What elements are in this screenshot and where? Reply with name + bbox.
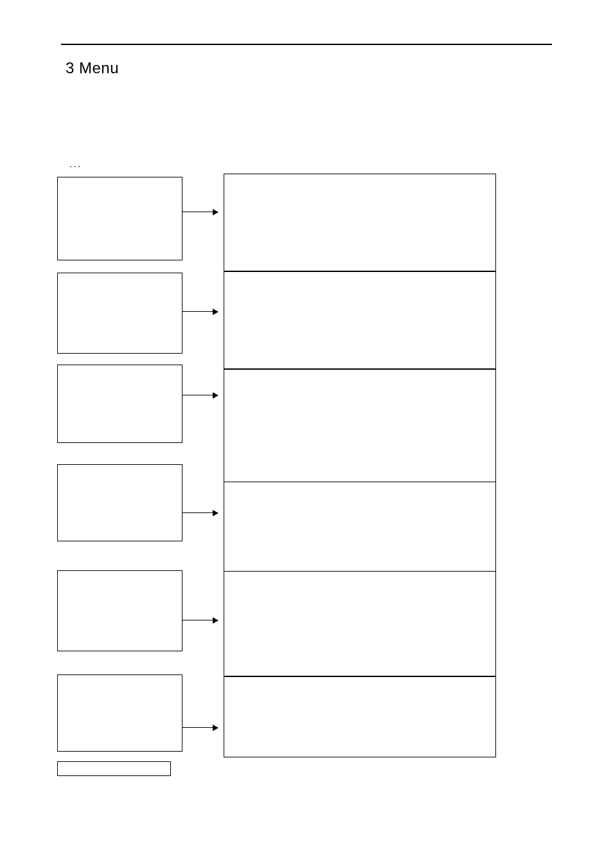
page: 3 Menu ... — [0, 0, 613, 868]
right-box-6 — [224, 676, 496, 757]
left-box-5 — [57, 570, 182, 651]
arrow-3 — [182, 395, 218, 395]
left-box-6 — [57, 674, 182, 752]
section-heading: 3 Menu — [66, 59, 119, 77]
right-box-2 — [224, 271, 496, 369]
right-box-3 — [224, 369, 496, 482]
left-box-small — [57, 761, 171, 776]
left-box-1 — [57, 177, 182, 260]
left-box-2 — [57, 273, 182, 354]
arrow-1 — [182, 212, 218, 212]
arrow-2 — [182, 311, 218, 312]
right-box-4 — [224, 482, 496, 572]
arrow-4 — [182, 512, 218, 513]
right-box-5 — [224, 571, 496, 676]
continuation-ellipsis: ... — [69, 158, 82, 170]
left-box-3 — [57, 365, 182, 443]
arrow-5 — [182, 620, 218, 620]
header-rule — [61, 44, 552, 45]
left-box-4 — [57, 464, 182, 541]
arrow-6 — [182, 727, 218, 728]
right-box-1 — [224, 174, 496, 271]
